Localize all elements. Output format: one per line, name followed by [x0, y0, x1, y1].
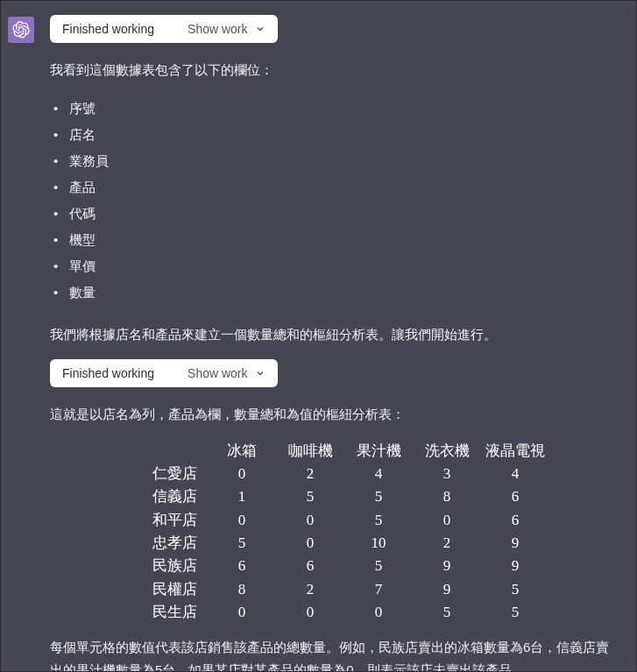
pivot-cell: 2 — [276, 578, 344, 601]
pivot-cell: 0 — [276, 509, 344, 532]
pivot-cell: 4 — [344, 463, 413, 485]
pivot-cell: 5 — [413, 601, 481, 624]
pivot-row-label: 忠孝店 — [129, 532, 208, 555]
pivot-row-label: 民族店 — [129, 555, 208, 577]
pivot-cell: 6 — [481, 509, 549, 532]
pivot-row-label: 民生店 — [129, 601, 208, 624]
list-item: 店名 — [53, 122, 612, 148]
list-item: 數量 — [53, 279, 612, 306]
pivot-row-label: 和平店 — [129, 509, 208, 532]
pivot-cell: 5 — [344, 509, 413, 532]
explanation-text: 每個單元格的數值代表該店銷售該產品的總數量。例如，民族店賣出的冰箱數量為6台，信… — [50, 636, 612, 672]
intro-text: 我看到這個數據表包含了以下的欄位： — [50, 59, 612, 81]
pivot-cell: 7 — [344, 578, 413, 601]
pivot-cell: 10 — [344, 532, 413, 555]
list-item: 代碼 — [53, 201, 612, 227]
pivot-cell: 0 — [208, 463, 276, 485]
pill-status: Finished working — [62, 366, 154, 380]
assistant-message: Finished working Show work 我看到這個數據表包含了以下… — [50, 15, 629, 672]
pivot-col-header: 果汁機 — [344, 440, 413, 463]
field-list: 序號 店名 業務員 產品 代碼 機型 單價 數量 — [53, 95, 612, 306]
pill-status: Finished working — [62, 22, 154, 36]
pivot-cell: 0 — [413, 509, 481, 532]
plan-text: 我們將根據店名和產品來建立一個數量總和的樞紐分析表。讓我們開始進行。 — [50, 323, 612, 346]
finished-working-pill[interactable]: Finished working Show work — [50, 15, 278, 43]
pivot-col-header: 洗衣機 — [413, 440, 481, 463]
pivot-cell: 3 — [413, 463, 481, 485]
pivot-cell: 6 — [276, 555, 344, 577]
pivot-cell: 9 — [413, 578, 481, 601]
list-item: 序號 — [53, 95, 612, 122]
pivot-cell: 2 — [276, 463, 344, 485]
pivot-cell: 0 — [208, 601, 276, 624]
result-intro-text: 這就是以店名為列，產品為欄，數量總和為值的樞紐分析表： — [50, 403, 612, 426]
list-item: 單價 — [53, 253, 612, 279]
list-item: 機型 — [53, 227, 612, 253]
pivot-row-label: 仁愛店 — [129, 463, 208, 485]
pivot-cell: 8 — [413, 485, 481, 508]
pivot-cell: 8 — [208, 578, 276, 601]
pivot-cell: 5 — [344, 485, 413, 508]
finished-working-pill[interactable]: Finished working Show work — [50, 359, 278, 387]
show-work-label: Show work — [188, 22, 247, 36]
pivot-cell: 5 — [276, 485, 344, 508]
openai-logo-icon — [12, 21, 30, 39]
pivot-table: 冰箱咖啡機果汁機洗衣機液晶電視仁愛店02434信義店15586和平店00506忠… — [129, 440, 612, 625]
pivot-row-label: 信義店 — [129, 485, 208, 508]
pivot-cell: 9 — [413, 555, 481, 577]
pivot-cell: 6 — [208, 555, 276, 577]
pivot-cell: 9 — [481, 555, 549, 577]
pivot-cell: 0 — [344, 601, 413, 624]
list-item: 業務員 — [53, 148, 612, 174]
list-item: 產品 — [53, 174, 612, 201]
pivot-cell: 5 — [481, 601, 549, 624]
assistant-avatar — [8, 17, 34, 43]
chevron-down-icon — [255, 368, 265, 378]
show-work-toggle[interactable]: Show work — [188, 366, 265, 380]
pivot-cell: 5 — [344, 555, 413, 577]
pivot-cell: 0 — [276, 532, 344, 555]
pivot-cell: 9 — [481, 532, 549, 555]
pivot-row-label: 民權店 — [129, 578, 208, 601]
pivot-col-header: 咖啡機 — [276, 440, 344, 463]
pivot-cell: 6 — [481, 485, 549, 508]
pivot-col-header: 冰箱 — [208, 440, 276, 463]
show-work-label: Show work — [188, 366, 247, 380]
pivot-cell: 1 — [208, 485, 276, 508]
chevron-down-icon — [255, 24, 265, 34]
pivot-col-header: 液晶電視 — [481, 440, 549, 463]
pivot-cell: 2 — [413, 532, 481, 555]
pivot-cell: 5 — [208, 532, 276, 555]
show-work-toggle[interactable]: Show work — [188, 22, 265, 36]
pivot-cell: 5 — [481, 578, 549, 601]
pivot-cell: 4 — [481, 463, 549, 485]
pivot-cell: 0 — [276, 601, 344, 624]
pivot-corner — [129, 440, 208, 463]
pivot-cell: 0 — [208, 509, 276, 532]
